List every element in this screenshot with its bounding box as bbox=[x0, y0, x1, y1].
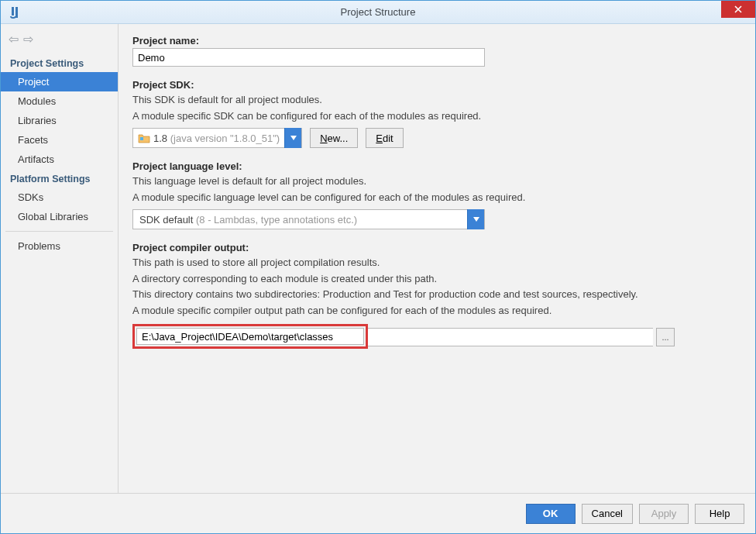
ellipsis-icon: ... bbox=[662, 332, 668, 342]
language-level-text: SDK default (8 - Lambdas, type annotatio… bbox=[139, 214, 462, 226]
chevron-down-icon[interactable] bbox=[284, 128, 301, 148]
compiler-output-help2: A directory corresponding to each module… bbox=[132, 271, 741, 287]
sidebar-divider bbox=[5, 231, 113, 232]
sidebar-item-sdks[interactable]: SDKs bbox=[1, 188, 118, 207]
svg-rect-0 bbox=[12, 7, 14, 16]
sidebar-item-modules[interactable]: Modules bbox=[1, 91, 118, 111]
dialog-body: ⇦ ⇨ Project Settings Project Modules Lib… bbox=[1, 24, 755, 493]
project-sdk-combo[interactable]: 1.8 (java version "1.8.0_51") bbox=[132, 128, 302, 148]
cancel-button[interactable]: Cancel bbox=[582, 504, 633, 524]
main-panel: Project name: Project SDK: This SDK is d… bbox=[119, 24, 755, 493]
language-level-combo[interactable]: SDK default (8 - Lambdas, type annotatio… bbox=[132, 209, 485, 229]
app-icon bbox=[7, 6, 19, 19]
svg-rect-2 bbox=[140, 137, 143, 140]
language-level-help1: This language level is default for all p… bbox=[132, 174, 741, 189]
project-sdk-help1: This SDK is default for all project modu… bbox=[132, 92, 741, 108]
browse-button[interactable]: ... bbox=[656, 328, 675, 346]
compiler-output-row: ... bbox=[132, 324, 675, 349]
sidebar-item-libraries[interactable]: Libraries bbox=[1, 111, 118, 130]
project-structure-dialog: Project Structure ⇦ ⇨ Project Settings P… bbox=[0, 0, 756, 534]
sidebar-item-global-libraries[interactable]: Global Libraries bbox=[1, 207, 118, 226]
highlight-box bbox=[132, 324, 368, 349]
language-level-help2: A module specific language level can be … bbox=[132, 190, 741, 205]
compiler-output-input[interactable] bbox=[136, 328, 364, 345]
ok-button[interactable]: OK bbox=[526, 504, 576, 524]
sidebar-item-problems[interactable]: Problems bbox=[1, 236, 118, 256]
language-level-label: Project language level: bbox=[132, 160, 741, 172]
sdk-combo-gray: (java version "1.8.0_51") bbox=[167, 133, 280, 144]
project-sdk-label: Project SDK: bbox=[132, 79, 741, 91]
apply-button: Apply bbox=[639, 504, 689, 524]
project-name-label: Project name: bbox=[132, 35, 741, 47]
nav-history: ⇦ ⇨ bbox=[1, 29, 118, 53]
nav-back-icon[interactable]: ⇦ bbox=[9, 33, 19, 46]
project-sdk-help2: A module specific SDK can be configured … bbox=[132, 109, 741, 124]
lang-combo-gray: (8 - Lambdas, type annotations etc.) bbox=[193, 214, 357, 226]
project-name-input[interactable] bbox=[132, 48, 485, 67]
compiler-output-label: Project compiler output: bbox=[132, 242, 741, 253]
button-bar: OK Cancel Apply Help bbox=[1, 493, 755, 533]
window-title: Project Structure bbox=[1, 6, 755, 18]
close-button[interactable] bbox=[721, 1, 755, 18]
help-button[interactable]: Help bbox=[695, 504, 744, 524]
sidebar: ⇦ ⇨ Project Settings Project Modules Lib… bbox=[1, 24, 119, 493]
titlebar: Project Structure bbox=[1, 1, 755, 24]
sidebar-item-project[interactable]: Project bbox=[1, 72, 118, 91]
platform-settings-header: Platform Settings bbox=[1, 169, 118, 188]
sidebar-item-facets[interactable]: Facets bbox=[1, 130, 118, 150]
sdk-combo-text: 1.8 (java version "1.8.0_51") bbox=[153, 133, 280, 144]
compiler-output-help1: This path is used to store all project c… bbox=[132, 255, 741, 270]
compiler-output-input-continuation[interactable] bbox=[368, 328, 653, 346]
new-sdk-button[interactable]: New... bbox=[310, 128, 358, 148]
compiler-output-help4: A module specific compiler output path c… bbox=[132, 303, 741, 319]
sdk-combo-main: 1.8 bbox=[153, 133, 167, 144]
folder-icon bbox=[138, 133, 150, 143]
sidebar-item-artifacts[interactable]: Artifacts bbox=[1, 150, 118, 169]
edit-sdk-button[interactable]: Edit bbox=[366, 128, 403, 148]
svg-rect-1 bbox=[15, 7, 18, 18]
lang-combo-main: SDK default bbox=[139, 214, 193, 226]
chevron-down-icon[interactable] bbox=[467, 209, 484, 229]
compiler-output-help3: This directory contains two subdirectori… bbox=[132, 287, 741, 302]
nav-forward-icon[interactable]: ⇨ bbox=[23, 33, 33, 46]
project-settings-header: Project Settings bbox=[1, 53, 118, 72]
